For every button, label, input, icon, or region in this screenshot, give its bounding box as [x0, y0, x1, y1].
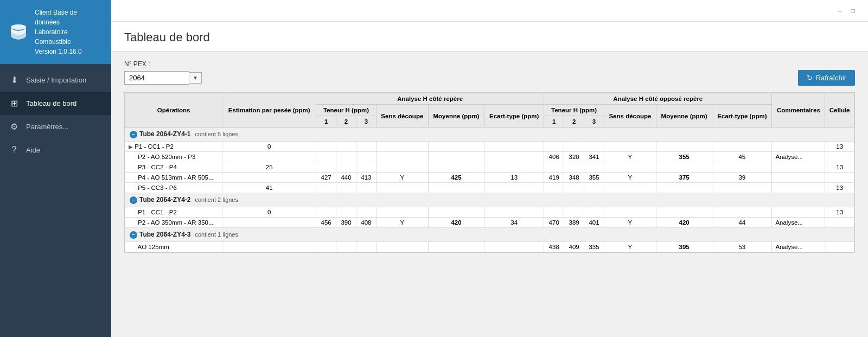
group-collapse-icon[interactable]: −	[130, 131, 137, 138]
col-th2: 2	[336, 116, 356, 128]
cell-sens-o: Y	[604, 217, 656, 227]
page-header: Tableau de bord	[111, 22, 868, 52]
cell-estimation	[222, 151, 316, 162]
col-commentaires: Commentaires	[772, 93, 825, 128]
title-bar: – □	[111, 0, 868, 22]
table-row[interactable]: P2 - AO 350mm - AR 350...456390408Y42034…	[125, 217, 854, 227]
cell-ec-r	[484, 162, 544, 172]
table-row[interactable]: P4 - AO 513mm - AR 505...427440413Y42513…	[125, 172, 854, 182]
table-row[interactable]: P2 - AO 520mm - P3406320341Y35545Analyse…	[125, 151, 854, 162]
col-th3: 3	[356, 116, 376, 128]
cell-ec-r	[484, 207, 544, 217]
cell-moy-o: 375	[656, 172, 712, 182]
cell-ec-r	[484, 241, 544, 252]
grid-icon: ⊞	[9, 98, 20, 109]
cell-moy-o: 420	[656, 217, 712, 227]
cell-th1b: 406	[544, 151, 564, 162]
group-header-row[interactable]: −Tube 2064-ZY4-2contient 2 lignes	[125, 193, 854, 207]
table-row[interactable]: P5 - CC3 - P64113	[125, 182, 854, 193]
pex-dropdown-arrow[interactable]: ▼	[189, 72, 202, 84]
refresh-icon: ↻	[807, 74, 813, 82]
group-count: contient 5 lignes	[195, 131, 238, 137]
table-row[interactable]: ▶ P1 - CC1 - P2013	[125, 141, 854, 151]
cell-commentaires	[772, 141, 825, 151]
import-icon: ⬇	[9, 75, 20, 85]
cell-th1	[316, 162, 336, 172]
cell-sens-r: Y	[376, 217, 428, 227]
sidebar-item-saisie[interactable]: ⬇ Saisie / Importation	[0, 68, 111, 92]
col-th3b: 3	[584, 116, 604, 128]
cell-th3b: 335	[584, 241, 604, 252]
cell-estimation: 25	[222, 162, 316, 172]
sidebar-item-params[interactable]: ⚙ Paramètres...	[0, 115, 111, 138]
table-row[interactable]: P1 - CC1 - P2013	[125, 207, 854, 217]
content-area[interactable]: N° PEX : 2064 ▼ ↻ Rafraîchir Op	[111, 52, 868, 337]
cell-operation: ▶ P1 - CC1 - P2	[125, 141, 222, 151]
table-row[interactable]: P3 - CC2 - P42513	[125, 162, 854, 172]
col-teneur-repere: Teneur H (ppm)	[316, 105, 376, 116]
cell-ec-o	[712, 162, 772, 172]
cell-th3b	[584, 162, 604, 172]
sidebar-header: Client Base de données Laboratoire Combu…	[0, 0, 111, 64]
cell-th1b: 470	[544, 217, 564, 227]
group-header-row[interactable]: −Tube 2064-ZY4-1contient 5 lignes	[125, 128, 854, 142]
maximize-button[interactable]: □	[848, 7, 857, 15]
cell-estimation: 0	[222, 207, 316, 217]
refresh-button[interactable]: ↻ Rafraîchir	[798, 70, 855, 86]
cell-th1b: 419	[544, 172, 564, 182]
cell-ec-r: 13	[484, 172, 544, 182]
col-th1b: 1	[544, 116, 564, 128]
group-title: Tube 2064-ZY4-3	[139, 231, 190, 238]
cell-th3b: 401	[584, 217, 604, 227]
data-table-wrapper: Opérations Estimation par pesée (ppm) An…	[124, 92, 855, 253]
cell-estimation	[222, 172, 316, 182]
sidebar-header-text: Client Base de données Laboratoire Combu…	[35, 8, 103, 56]
cell-sens-o	[604, 207, 656, 217]
cell-th2b	[564, 141, 584, 151]
col-ec-repere: Ecart-type (ppm)	[484, 105, 544, 128]
cell-sens-r	[376, 182, 428, 193]
group-title: Tube 2064-ZY4-2	[139, 196, 190, 204]
cell-th2	[336, 162, 356, 172]
group-title: Tube 2064-ZY4-1	[139, 130, 190, 138]
cell-estimation	[222, 217, 316, 227]
cell-sens-o	[604, 141, 656, 151]
cell-th2b	[564, 207, 584, 217]
cell-commentaires: Analyse...	[772, 241, 825, 252]
page-title: Tableau de bord	[124, 30, 855, 44]
col-moy-oppose: Moyenne (ppm)	[656, 105, 712, 128]
sidebar-item-aide[interactable]: ? Aide	[0, 138, 111, 161]
sidebar-item-tableau[interactable]: ⊞ Tableau de bord	[0, 92, 111, 115]
minimize-button[interactable]: –	[835, 7, 844, 15]
group-collapse-icon[interactable]: −	[130, 196, 137, 204]
cell-sens-r	[376, 241, 428, 252]
cell-moy-o	[656, 141, 712, 151]
cell-cellule: 13	[825, 182, 854, 193]
cell-ec-o	[712, 182, 772, 193]
cell-th1b	[544, 162, 564, 172]
cell-sens-o: Y	[604, 241, 656, 252]
cell-ec-r	[484, 151, 544, 162]
cell-sens-r	[376, 162, 428, 172]
col-sens-repere: Sens découpe	[376, 105, 428, 128]
cell-sens-r	[376, 141, 428, 151]
cell-moy-r	[428, 182, 484, 193]
group-collapse-icon[interactable]: −	[130, 231, 137, 239]
pex-select[interactable]: 2064	[124, 71, 189, 85]
cell-th2	[336, 241, 356, 252]
cell-cellule: 13	[825, 162, 854, 172]
cell-moy-r: 420	[428, 217, 484, 227]
cell-ec-o	[712, 207, 772, 217]
row-expand-arrow[interactable]: ▶	[129, 144, 133, 150]
col-analyse-oppose-header: Analyse H côté opposé repère	[544, 93, 772, 105]
window-controls: – □	[835, 7, 857, 15]
cell-ec-o: 39	[712, 172, 772, 182]
cell-th3: 408	[356, 217, 376, 227]
group-header-row[interactable]: −Tube 2064-ZY4-3contient 1 lignes	[125, 227, 854, 241]
table-row[interactable]: AO 125mm438409335Y39553Analyse...	[125, 241, 854, 252]
cell-th2b: 348	[564, 172, 584, 182]
col-estimation: Estimation par pesée (ppm)	[222, 93, 316, 128]
cell-th2b: 409	[564, 241, 584, 252]
cell-th2	[336, 141, 356, 151]
cell-sens-r	[376, 207, 428, 217]
